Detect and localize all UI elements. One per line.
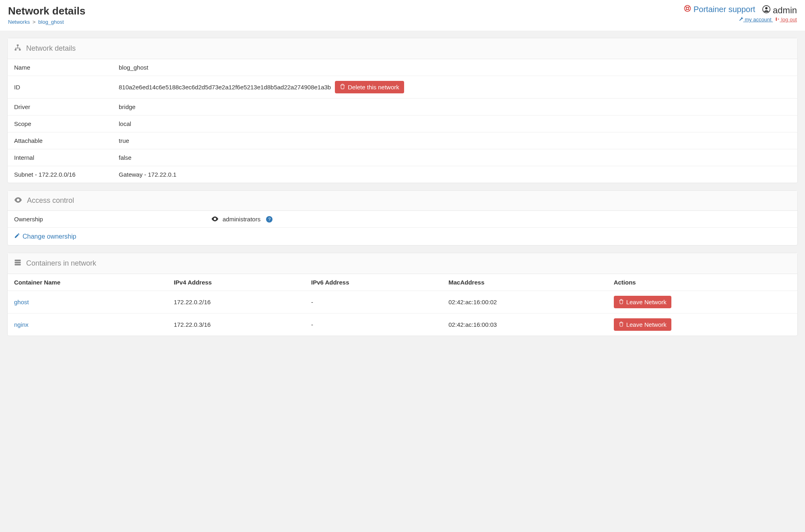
row-driver: Driver bridge (8, 99, 797, 115)
value: true (119, 137, 791, 144)
sign-out-icon (775, 16, 781, 23)
leave-network-button[interactable]: Leave Network (614, 296, 671, 308)
value: Gateway - 172.22.0.1 (119, 171, 791, 178)
svg-rect-9 (15, 49, 17, 51)
svg-rect-11 (15, 260, 21, 261)
logout-link[interactable]: log out (775, 16, 797, 23)
help-icon[interactable]: ? (266, 216, 272, 223)
value: bridge (119, 103, 791, 110)
trash-icon (619, 321, 624, 328)
breadcrumb: Networks > blog_ghost (8, 19, 797, 25)
button-label: Leave Network (626, 321, 667, 328)
label: Attachable (14, 137, 119, 144)
container-link[interactable]: nginx (14, 321, 29, 328)
life-ring-icon (684, 5, 694, 14)
table-row: ghost 172.22.0.2/16 - 02:42:ac:16:00:02 … (8, 291, 797, 313)
col-actions: Actions (607, 274, 797, 291)
server-icon (14, 259, 21, 268)
panel-header: Access control (8, 191, 797, 211)
label: ID (14, 84, 119, 91)
row-internal: Internal false (8, 149, 797, 166)
label: Scope (14, 120, 119, 127)
svg-rect-10 (19, 49, 21, 51)
svg-rect-8 (17, 45, 19, 46)
ipv4: 172.22.0.2/16 (167, 291, 305, 313)
mac: 02:42:ac:16:00:03 (442, 313, 607, 336)
row-id: ID 810a2e6ed14c6e5188c3ec6d2d5d73e2a12f6… (8, 76, 797, 99)
svg-line-3 (689, 9, 690, 10)
breadcrumb-root[interactable]: Networks (8, 19, 30, 25)
user-block: admin (762, 5, 797, 15)
trash-icon (619, 299, 624, 305)
label: Name (14, 64, 119, 71)
access-control-panel: Access control Ownership administrators … (7, 190, 798, 245)
network-details-panel: Network details Name blog_ghost ID 810a2… (7, 38, 798, 183)
eye-icon (211, 216, 219, 223)
label: Ownership (14, 216, 211, 223)
mac: 02:42:ac:16:00:02 (442, 291, 607, 313)
svg-line-4 (689, 6, 690, 8)
value: local (119, 120, 791, 127)
panel-title: Network details (26, 44, 76, 53)
row-name: Name blog_ghost (8, 59, 797, 76)
col-mac: MacAddress (442, 274, 607, 291)
row-subnet: Subnet - 172.22.0.0/16 Gateway - 172.22.… (8, 166, 797, 183)
container-link[interactable]: ghost (14, 299, 29, 305)
wrench-icon (739, 16, 745, 23)
label: Driver (14, 103, 119, 110)
svg-rect-12 (15, 262, 21, 264)
user-icon (762, 5, 773, 15)
label: Subnet - 172.22.0.0/16 (14, 171, 119, 178)
link-label: Change ownership (23, 233, 76, 240)
change-ownership-link[interactable]: Change ownership (14, 233, 76, 240)
delete-network-button[interactable]: Delete this network (335, 81, 404, 93)
my-account-label: my account (745, 16, 771, 23)
page-title: Network details (8, 5, 797, 17)
value: blog_ghost (119, 64, 791, 71)
svg-line-5 (685, 9, 687, 10)
value: administrators (223, 216, 260, 223)
svg-point-1 (686, 7, 689, 10)
containers-table: Container Name IPv4 Address IPv6 Address… (8, 274, 797, 336)
ipv6: - (305, 291, 442, 313)
sitemap-icon (14, 44, 21, 53)
breadcrumb-separator: > (33, 19, 36, 25)
panel-title: Containers in network (26, 259, 96, 268)
panel-header: Containers in network (8, 253, 797, 274)
table-row: nginx 172.22.0.3/16 - 02:42:ac:16:00:03 … (8, 313, 797, 336)
username: admin (773, 5, 797, 15)
button-label: Delete this network (348, 84, 399, 91)
page-header: Network details Networks > blog_ghost Po… (0, 0, 805, 31)
support-link[interactable]: Portainer support (684, 5, 758, 14)
col-ipv4: IPv4 Address (167, 274, 305, 291)
value: 810a2e6ed14c6e5188c3ec6d2d5d73e2a12f6e52… (119, 84, 331, 91)
label: Internal (14, 154, 119, 161)
breadcrumb-current[interactable]: blog_ghost (38, 19, 64, 25)
row-scope: Scope local (8, 115, 797, 132)
trash-icon (340, 84, 345, 91)
header-right: Portainer support admin my account lo (684, 5, 797, 23)
svg-point-7 (765, 7, 768, 10)
edit-icon (14, 233, 20, 240)
ipv6: - (305, 313, 442, 336)
panel-title: Access control (27, 196, 74, 205)
col-name: Container Name (8, 274, 167, 291)
support-label: Portainer support (694, 5, 755, 14)
panel-header: Network details (8, 38, 797, 59)
my-account-link[interactable]: my account (739, 16, 773, 23)
col-ipv6: IPv6 Address (305, 274, 442, 291)
svg-line-2 (685, 6, 687, 8)
eye-icon (14, 196, 22, 205)
row-attachable: Attachable true (8, 132, 797, 149)
svg-rect-13 (15, 264, 21, 266)
row-ownership: Ownership administrators ? (8, 211, 797, 228)
containers-panel: Containers in network Container Name IPv… (7, 253, 798, 336)
ipv4: 172.22.0.3/16 (167, 313, 305, 336)
value: false (119, 154, 791, 161)
leave-network-button[interactable]: Leave Network (614, 318, 671, 331)
logout-label: log out (781, 16, 797, 23)
button-label: Leave Network (626, 299, 667, 305)
